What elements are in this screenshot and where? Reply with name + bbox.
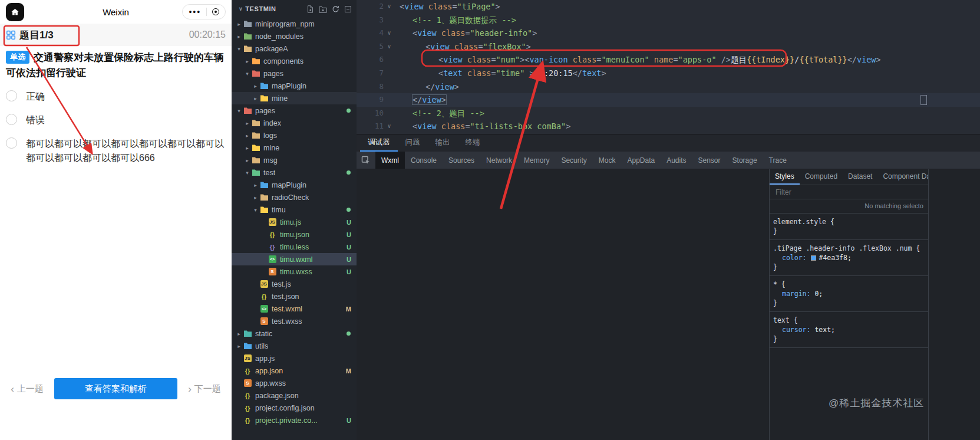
tree-file-package.json[interactable]: {}package.json [232,389,357,402]
tree-file-timu.js[interactable]: JStimu.jsU [232,216,357,228]
chevron-icon[interactable]: ▸ [243,58,251,64]
chevron-icon[interactable]: ▸ [252,96,259,101]
code-line-6[interactable]: 6<view class="num"><van-icon class="menu… [357,53,980,67]
code-line-11[interactable]: 11∨<view class="ti-lists-box comBa"> [357,120,980,133]
prev-question-button[interactable]: ‹上一题 [0,378,54,399]
chevron-icon[interactable]: ▸ [243,133,251,139]
tree-folder-pages[interactable]: ▾pages [232,104,357,117]
tree-file-timu.less[interactable]: {}timu.lessU [232,241,357,253]
tree-file-timu.wxss[interactable]: Stimu.wxssU [232,265,357,278]
next-question-button[interactable]: ›下一题 [177,378,232,399]
option-item[interactable]: 错误 [6,113,226,127]
chevron-icon[interactable]: ▾ [243,170,251,176]
chevron-icon[interactable]: ▾ [235,46,243,52]
debugger-tab-调试器[interactable]: 调试器 [360,134,398,152]
tree-folder-mapPlugin[interactable]: ▸mapPlugin [232,80,357,92]
tree-folder-packageA[interactable]: ▾packageA [232,42,357,55]
tree-file-test.json[interactable]: {}test.json [232,290,357,303]
chevron-icon[interactable]: ▸ [235,21,243,27]
chevron-icon[interactable]: ▸ [235,343,243,349]
new-file-icon[interactable] [306,5,314,13]
chevron-icon[interactable]: ▸ [235,34,243,40]
tree-file-test.wxss[interactable]: Stest.wxss [232,315,357,327]
tree-folder-mine[interactable]: ▸mine [232,142,357,154]
radio-icon[interactable] [6,90,17,101]
chevron-icon[interactable]: ▾ [252,207,259,213]
code-line-5[interactable]: 5∨<view class="flexBox"> [357,40,980,54]
tree-folder-radioCheck[interactable]: ▸radioCheck [232,191,357,203]
option-item[interactable]: 正确 [6,90,226,103]
devtools-tab-Wxml[interactable]: Wxml [375,152,405,169]
chevron-down-icon[interactable]: ∨ [239,6,243,12]
tree-file-app.json[interactable]: {}app.jsonM [232,365,357,377]
fold-icon[interactable]: ∨ [384,40,395,54]
devtools-tab-Audits[interactable]: Audits [661,152,692,169]
tree-folder-logs[interactable]: ▸logs [232,129,357,142]
styles-tab-Styles[interactable]: Styles [770,169,800,185]
tree-folder-test[interactable]: ▾test [232,166,357,179]
code-line-4[interactable]: 4∨<view class="header-info"> [357,27,980,40]
chevron-icon[interactable]: ▾ [235,108,243,114]
debugger-tab-输出[interactable]: 输出 [428,134,458,152]
home-button[interactable] [6,3,24,21]
chevron-icon[interactable]: ▸ [252,195,259,201]
fold-icon[interactable]: ∨ [384,0,395,14]
new-folder-icon[interactable] [319,5,327,13]
chevron-icon[interactable]: ▸ [243,157,251,163]
radio-icon[interactable] [6,137,17,149]
option-item[interactable]: 都可以都可以都可以都可以都可以都可以都可以都可以都可以都可以都可以666 [6,137,226,164]
code-line-10[interactable]: 10<!-- 2、题目 --> [357,107,980,120]
devtools-tab-Security[interactable]: Security [555,152,592,169]
collapse-all-icon[interactable] [344,5,352,13]
devtools-tab-Network[interactable]: Network [480,152,518,169]
devtools-tab-Storage[interactable]: Storage [727,152,763,169]
chevron-icon[interactable]: ▾ [243,71,251,77]
tree-file-test.wxml[interactable]: <>test.wxmlM [232,303,357,315]
tree-folder-mine[interactable]: ▸mine [232,92,357,104]
devtools-tab-Trace[interactable]: Trace [763,152,793,169]
devtools-tab-Sources[interactable]: Sources [443,152,480,169]
code-line-7[interactable]: 7<text class="time" >00:20:15</text> [357,67,980,80]
devtools-tab-Memory[interactable]: Memory [518,152,555,169]
tree-file-timu.json[interactable]: {}timu.jsonU [232,228,357,241]
tree-folder-msg[interactable]: ▸msg [232,154,357,166]
refresh-icon[interactable] [332,5,339,13]
more-icon[interactable]: ●●● [189,9,201,15]
chevron-icon[interactable]: ▸ [252,182,259,188]
exit-miniprogram-icon[interactable] [212,8,219,15]
tree-file-timu.wxml[interactable]: <>timu.wxmlU [232,253,357,265]
chevron-icon[interactable]: ▸ [243,145,251,151]
devtools-tab-Sensor[interactable]: Sensor [692,152,727,169]
wxml-elements-pane[interactable] [357,169,769,440]
devtools-tab-Mock[interactable]: Mock [593,152,622,169]
radio-icon[interactable] [6,114,17,125]
code-line-8[interactable]: 8</view> [357,80,980,94]
code-line-3[interactable]: 3<!-- 1、题目数据提示 --> [357,14,980,27]
tree-folder-utils[interactable]: ▸utils [232,340,357,352]
tree-file-app.wxss[interactable]: Sapp.wxss [232,377,357,389]
color-swatch[interactable] [811,255,816,261]
devtools-tab-AppData[interactable]: AppData [621,152,661,169]
tree-file-test.js[interactable]: JStest.js [232,278,357,290]
inspect-element-icon[interactable] [357,156,375,165]
styles-tab-Component Data[interactable]: Component Data [877,169,928,185]
tree-file-project.config.json[interactable]: {}project.config.json [232,402,357,414]
chevron-icon[interactable]: ▸ [243,120,251,126]
tree-folder-timu[interactable]: ▾timu [232,203,357,216]
tree-folder-index[interactable]: ▸index [232,117,357,129]
tree-file-project.private.co...[interactable]: {}project.private.co...U [232,414,357,426]
chevron-icon[interactable]: ▸ [252,83,259,89]
tree-folder-components[interactable]: ▸components [232,55,357,67]
fold-icon[interactable]: ∨ [384,27,395,40]
debugger-tab-终端[interactable]: 终端 [458,134,488,152]
debugger-tab-问题[interactable]: 问题 [398,134,428,152]
code-line-2[interactable]: 2∨<view class="tiPage"> [357,0,980,14]
tree-folder-node_modules[interactable]: ▸node_modules [232,30,357,42]
tree-folder-miniprogram_npm[interactable]: ▸miniprogram_npm [232,18,357,30]
devtools-tab-Console[interactable]: Console [405,152,443,169]
styles-tab-Dataset[interactable]: Dataset [843,169,877,185]
styles-tab-Computed[interactable]: Computed [800,169,843,185]
code-editor[interactable]: 2∨<view class="tiPage">3<!-- 1、题目数据提示 --… [357,0,980,134]
tree-folder-pages[interactable]: ▾pages [232,67,357,80]
styles-filter-input[interactable] [774,188,923,197]
